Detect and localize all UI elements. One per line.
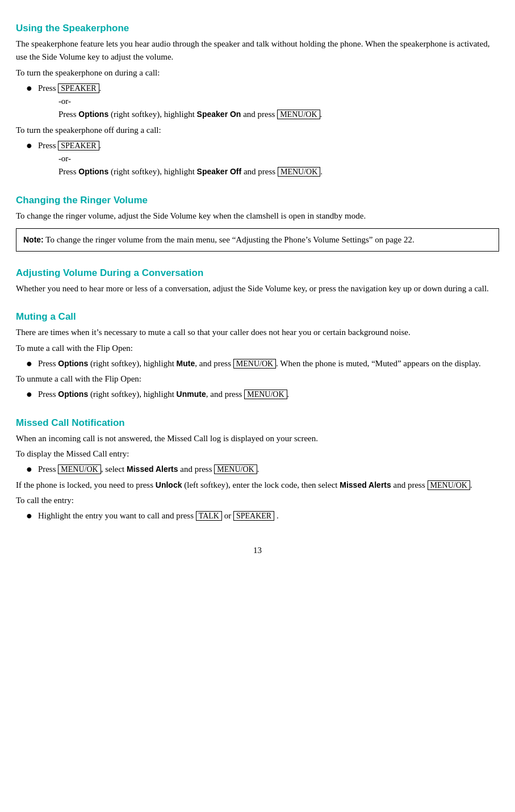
or-divider2: -or- — [58, 152, 323, 165]
bullet-text: Press SPEAKER. — [38, 83, 101, 93]
options-label3: Options — [58, 359, 88, 368]
talk-kbd: TALK — [196, 511, 222, 521]
locked-phone-para: If the phone is locked, you need to pres… — [16, 479, 499, 492]
list-item: ● Press SPEAKER. -or- Press Options (rig… — [26, 82, 499, 122]
speaker-kbd3: SPEAKER — [233, 511, 274, 521]
call-entry-bullet: Highlight the entry you want to call and… — [38, 511, 279, 520]
missed-call-para1: When an incoming call is not answered, t… — [16, 432, 499, 445]
bullet-icon: ● — [26, 357, 32, 370]
unmute-label: Unmute — [177, 390, 206, 399]
unlock-label: Unlock — [156, 480, 182, 489]
call-entry-para: To call the entry: — [16, 494, 499, 507]
muting-para2: To mute a call with the Flip Open: — [16, 342, 499, 355]
adjusting-volume-title: Adjusting Volume During a Conversation — [16, 267, 499, 279]
speaker-on-label: Speaker On — [197, 110, 241, 119]
adjusting-volume-para: Whether you need to hear more or less of… — [16, 282, 499, 295]
bullet-icon: ● — [26, 509, 32, 522]
list-item: ● Press MENU/OK, select Missed Alerts an… — [26, 463, 499, 476]
speakerphone-title: Using the Speakerphone — [16, 23, 499, 34]
note-box: Note: To change the ringer volume from t… — [16, 228, 499, 252]
menuok-kbd6: MENU/OK — [214, 464, 257, 474]
menuok-kbd4: MENU/OK — [244, 390, 287, 399]
unmute-para: To unmute a call with the Flip Open: — [16, 372, 499, 386]
options-label4: Options — [58, 390, 88, 399]
muting-title: Muting a Call — [16, 311, 499, 323]
unmute-list: ● Press Options (right softkey), highlig… — [26, 388, 499, 401]
speaker-kbd: SPEAKER — [58, 83, 99, 93]
speaker-kbd2: SPEAKER — [58, 141, 99, 150]
unmute-bullet-text: Press Options (right softkey), highlight… — [38, 390, 289, 399]
speakerphone-on-list: ● Press SPEAKER. -or- Press Options (rig… — [26, 82, 499, 122]
speakerphone-off-list: ● Press SPEAKER. -or- Press Options (rig… — [26, 139, 499, 179]
missed-alerts-label2: Missed Alerts — [340, 480, 391, 489]
menuok-kbd7: MENU/OK — [428, 480, 470, 490]
muting-para1: There are times when it’s necessary to m… — [16, 326, 499, 339]
list-item: ● Press SPEAKER. -or- Press Options (rig… — [26, 139, 499, 179]
bullet-text: Press SPEAKER. — [38, 141, 101, 150]
list-item: ● Press Options (right softkey), highlig… — [26, 388, 499, 401]
or-divider: -or- — [58, 95, 322, 108]
bullet-icon: ● — [26, 139, 32, 152]
note-text: To change the ringer volume from the mai… — [44, 235, 414, 244]
speaker-off-label: Speaker Off — [197, 167, 242, 176]
speakerphone-para2: To turn the speakerphone on during a cal… — [16, 66, 499, 79]
speakerphone-off-para: To turn the speakerphone off during a ca… — [16, 124, 499, 137]
list-item: ● Press Options (right softkey), highlig… — [26, 357, 499, 370]
options-line2: Press Options (right softkey), highlight… — [58, 165, 323, 178]
options-label: Options — [78, 110, 108, 119]
menuok-kbd: MENU/OK — [277, 110, 320, 119]
menuok-kbd2: MENU/OK — [278, 167, 320, 177]
mute-bullet-text: Press Options (right softkey), highlight… — [38, 359, 481, 368]
ringer-volume-title: Changing the Ringer Volume — [16, 195, 499, 206]
menuok-kbd5: MENU/OK — [58, 464, 101, 474]
missed-alerts-label: Missed Alerts — [127, 464, 178, 474]
call-entry-list: ● Highlight the entry you want to call a… — [26, 509, 499, 522]
speakerphone-para1: The speakerphone feature lets you hear a… — [16, 37, 499, 64]
bullet-icon: ● — [26, 82, 32, 95]
note-label: Note: — [23, 235, 44, 244]
missed-call-list: ● Press MENU/OK, select Missed Alerts an… — [26, 463, 499, 476]
missed-call-title: Missed Call Notification — [16, 417, 499, 429]
options-label2: Options — [78, 167, 108, 176]
ringer-volume-para: To change the ringer volume, adjust the … — [16, 210, 499, 223]
mute-list: ● Press Options (right softkey), highlig… — [26, 357, 499, 370]
menuok-kbd3: MENU/OK — [233, 359, 276, 369]
bullet-icon: ● — [26, 388, 32, 401]
missed-call-bullet: Press MENU/OK, select Missed Alerts and … — [38, 464, 259, 474]
list-item: ● Highlight the entry you want to call a… — [26, 509, 499, 522]
bullet-icon: ● — [26, 463, 32, 476]
missed-call-para2: To display the Missed Call entry: — [16, 447, 499, 461]
page-number: 13 — [16, 546, 499, 555]
options-line: Press Options (right softkey), highlight… — [58, 108, 322, 121]
mute-label: Mute — [177, 359, 195, 368]
